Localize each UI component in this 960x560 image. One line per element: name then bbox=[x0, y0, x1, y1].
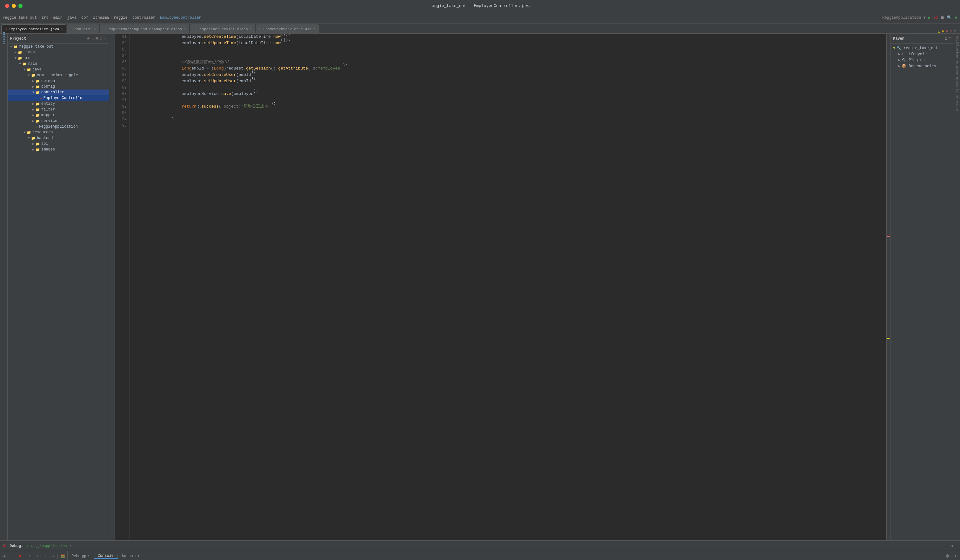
tree-images[interactable]: ▶ 📁 images bbox=[8, 147, 109, 152]
clear-console-button[interactable]: 🗑 bbox=[944, 553, 951, 560]
project-panel-toggle[interactable]: Project bbox=[1, 35, 7, 41]
folder-icon: 📁 bbox=[31, 136, 35, 140]
tab-console[interactable]: Console bbox=[94, 554, 118, 559]
minimize-button[interactable] bbox=[12, 4, 16, 8]
tab-employee-controller[interactable]: J EmployeeController.java × bbox=[1, 24, 66, 34]
tree-api[interactable]: ▶ 📁 api bbox=[8, 141, 109, 147]
tab-dispatcher-servlet[interactable]: C DispatcherServlet.class × bbox=[190, 24, 255, 34]
separator bbox=[58, 554, 58, 559]
tree-employee-controller[interactable]: ☕ EmployeeController bbox=[8, 95, 109, 101]
tree-resources[interactable]: ▼ 📁 resources bbox=[8, 130, 109, 135]
search-button[interactable]: 🔍 bbox=[946, 15, 953, 20]
folder-icon: 📁 bbox=[35, 102, 40, 106]
gutter-line-93[interactable] bbox=[109, 110, 115, 116]
gutter-line-86[interactable] bbox=[109, 66, 115, 72]
database-icon[interactable]: Database bbox=[955, 61, 959, 75]
gutter-line-95[interactable] bbox=[109, 123, 115, 129]
debug-tabs-row: ▶ ⏸ ⏹ ↷ ↓ ↑ ⇥ 🧮 Debugger Console Actuato… bbox=[0, 551, 960, 560]
structure-icon[interactable]: Structure bbox=[955, 95, 959, 111]
tree-common[interactable]: ▶ 📁 common bbox=[8, 78, 109, 84]
editor-scrollbar[interactable] bbox=[886, 34, 890, 540]
tree-backend[interactable]: ▼ 📁 backend bbox=[8, 135, 109, 141]
debug-minimize-icon[interactable]: — bbox=[955, 544, 957, 548]
maximize-button[interactable] bbox=[18, 4, 22, 8]
pause-button[interactable]: ⏸ bbox=[9, 553, 16, 560]
debug-close-icon[interactable]: × bbox=[69, 544, 72, 548]
stop-button[interactable]: ⏹ bbox=[941, 15, 944, 20]
locate-icon[interactable]: ⊙ bbox=[87, 36, 90, 41]
tab-close-icon[interactable]: × bbox=[61, 27, 63, 31]
maven-dependencies[interactable]: ▶ 📦 Dependencies bbox=[891, 63, 954, 69]
run-button[interactable]: ▶ bbox=[928, 15, 931, 20]
tree-reggie-take-out[interactable]: ▼ 📁 reggie_take_out bbox=[8, 44, 109, 50]
gutter-line-84[interactable] bbox=[109, 53, 115, 59]
resume-button[interactable]: ▶ bbox=[1, 553, 8, 560]
separator bbox=[25, 554, 25, 559]
step-into-button[interactable]: ↓ bbox=[34, 553, 41, 560]
tree-src[interactable]: ▼ 📁 src bbox=[8, 55, 109, 61]
close-sidebar-icon[interactable]: — bbox=[104, 36, 106, 41]
gutter-line-85[interactable] bbox=[109, 59, 115, 66]
stop-debug-button[interactable]: ⏹ bbox=[16, 553, 24, 560]
step-over-button[interactable]: ↷ bbox=[26, 553, 34, 560]
gutter-line-90[interactable] bbox=[109, 91, 115, 97]
debug-app-name[interactable]: ▸ ReggieApplication bbox=[27, 544, 67, 548]
maven-more-icon[interactable]: ≡ bbox=[949, 36, 951, 41]
gutter-line-81[interactable] bbox=[109, 34, 115, 40]
tab-add-html[interactable]: H add.html × bbox=[67, 24, 99, 34]
tree-controller[interactable]: ▼ 📁 controller bbox=[8, 90, 109, 95]
tab-close-icon[interactable]: × bbox=[94, 27, 96, 31]
bookmarks-icon[interactable]: Bookmarks bbox=[955, 77, 959, 93]
gutter-line-89[interactable] bbox=[109, 85, 115, 91]
run-to-cursor-button[interactable]: ⇥ bbox=[49, 553, 56, 560]
tab-close-icon[interactable]: × bbox=[313, 27, 315, 31]
expand-icon[interactable]: ⇅ bbox=[91, 36, 94, 41]
tree-mapper[interactable]: ▶ 📁 mapper bbox=[8, 112, 109, 118]
evaluate-button[interactable]: 🧮 bbox=[59, 553, 66, 560]
debug-panel: 🐞 Debug: ▸ ReggieApplication × ⚙ — ▶ ⏸ ⏹… bbox=[0, 540, 960, 560]
debug-settings-icon[interactable]: ⚙ bbox=[950, 544, 953, 549]
step-out-button[interactable]: ↑ bbox=[42, 553, 49, 560]
close-button[interactable] bbox=[5, 4, 9, 8]
tab-framework-servlet[interactable]: C FrameworkServlet.class × bbox=[256, 24, 319, 34]
tab-actuator[interactable]: Actuator bbox=[118, 554, 144, 558]
maven-lifecycle[interactable]: ▶ ⚡ Lifecycle bbox=[891, 51, 954, 57]
maven-root[interactable]: ▼ 🔧 reggie_take_out bbox=[891, 45, 954, 51]
run-config-selector[interactable]: ReggieApplication ▼ bbox=[881, 16, 927, 20]
scroll-end-button[interactable]: ⬇ bbox=[952, 553, 959, 560]
tree-filter[interactable]: ▶ 📁 filter bbox=[8, 107, 109, 112]
notifications-icon[interactable]: Notifications bbox=[955, 36, 959, 58]
folder-icon: 📁 bbox=[35, 79, 40, 83]
tree-java[interactable]: ▼ 📁 java bbox=[8, 67, 109, 72]
tree-com-itheima[interactable]: ▼ 📁 com.itheima.reggie bbox=[8, 72, 109, 78]
tab-close-icon[interactable]: × bbox=[250, 27, 252, 31]
tree-main[interactable]: ▼ 📁 main bbox=[8, 61, 109, 67]
tree-entity[interactable]: ▶ 📁 entity bbox=[8, 101, 109, 107]
gutter-line-92[interactable] bbox=[109, 104, 115, 110]
tree-idea[interactable]: ▶ 📁 .idea bbox=[8, 50, 109, 55]
editor-gutter bbox=[109, 34, 115, 540]
tab-settings-icon[interactable]: ≡ bbox=[954, 30, 956, 34]
run-icon[interactable]: ● bbox=[954, 15, 957, 21]
code-line-92: return R.success( object: "新增员工成功"); bbox=[132, 104, 884, 110]
code-content: employee.setCreateTime(LocalDateTime.now… bbox=[130, 34, 886, 540]
gutter-line-82[interactable] bbox=[109, 40, 115, 46]
maven-plugins[interactable]: ▶ 🔌 Plugins bbox=[891, 57, 954, 63]
gutter-line-87[interactable] bbox=[109, 72, 115, 78]
gutter-line-91[interactable] bbox=[109, 97, 115, 104]
debug-button[interactable]: 🐞 bbox=[932, 15, 939, 20]
tree-service[interactable]: ▶ 📁 service bbox=[8, 118, 109, 124]
maven-settings-icon[interactable]: ⚙ bbox=[944, 36, 947, 41]
gutter-line-88[interactable] bbox=[109, 78, 115, 85]
settings-icon[interactable]: ⚙ bbox=[100, 36, 102, 41]
code-editor[interactable]: 81 82 83 84 85 86 87 88 89 90 91 92 93 9… bbox=[115, 34, 886, 540]
tree-config[interactable]: ▶ 📁 config bbox=[8, 84, 109, 90]
debug-panel-icon[interactable]: 🐞 bbox=[3, 544, 7, 548]
collapse-icon[interactable]: ⊟ bbox=[96, 36, 98, 41]
gutter-line-94[interactable] bbox=[109, 116, 115, 123]
tab-request-mapping[interactable]: C RequestMappingHandlerAdapter.class × bbox=[100, 24, 189, 34]
tab-debugger[interactable]: Debugger bbox=[68, 554, 94, 558]
tree-reggie-app[interactable]: ▸ ReggieApplication bbox=[8, 124, 109, 130]
tab-close-icon[interactable]: × bbox=[184, 27, 186, 31]
gutter-line-83[interactable] bbox=[109, 46, 115, 53]
